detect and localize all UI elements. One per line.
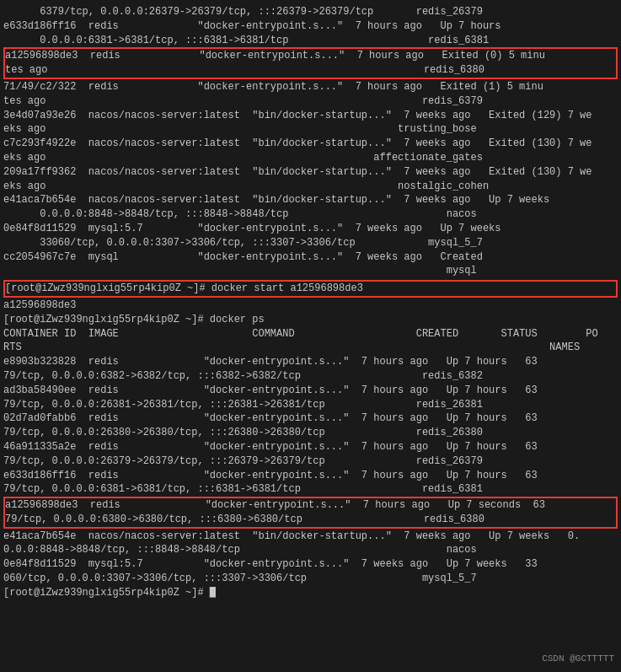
- terminal-line: 79/tcp, 0.0.0.0:26379->26379/tcp, :::263…: [3, 454, 618, 469]
- terminal-line: 6379/tcp, 0.0.0.0:26379->26379/tcp, :::2…: [3, 5, 618, 19]
- terminal-line: 0.0.0.0:8848->8848/tcp, :::8848->8848/tc…: [3, 207, 618, 222]
- terminal-line: c7c293f4922e nacos/nacos-server:latest "…: [3, 137, 618, 151]
- docker-start-cmd-text: [root@iZwz939nglxig55rp4kip0Z ~]# docker…: [5, 282, 616, 296]
- terminal-line: 0.0.0.0:6381->6381/tcp, :::6381->6381/tc…: [3, 34, 618, 48]
- terminal-line: tes ago redis_6379: [3, 94, 618, 109]
- running-container-line1: a12596898de3 redis "docker-entrypoint.s.…: [5, 498, 616, 513]
- exited-container-line2: tes ago redis_6380: [5, 63, 616, 78]
- terminal-line: 0e84f8d11529 mysql:5.7 "docker-entrypoin…: [3, 222, 618, 236]
- terminal-line: [root@iZwz939nglxig55rp4kip0Z ~]# █: [3, 586, 618, 600]
- terminal-window: 6379/tcp, 0.0.0.0:26379->26379/tcp, :::2…: [3, 5, 618, 600]
- terminal-line: 33060/tcp, 0.0.0.0:3307->3306/tcp, :::33…: [3, 236, 618, 250]
- terminal-line: eks ago trusting_bose: [3, 122, 618, 137]
- terminal-line: mysql: [3, 264, 618, 278]
- terminal-line: a12596898de3: [3, 298, 618, 313]
- terminal-line: e41aca7b654e nacos/nacos-server:latest "…: [3, 530, 618, 544]
- highlighted-exited-container-old: a12596898de3 redis "docker-entrypoint.s.…: [3, 47, 618, 79]
- terminal-line: 0e84f8d11529 mysql:5.7 "docker-entrypoin…: [3, 557, 618, 572]
- terminal-line: 02d7ad0fabb6 redis "docker-entrypoint.s.…: [3, 411, 618, 426]
- terminal-line: [root@iZwz939nglxig55rp4kip0Z ~]# docker…: [3, 313, 618, 327]
- exited-container-line1: a12596898de3 redis "docker-entrypoint.s.…: [5, 49, 616, 63]
- terminal-line: 0.0.0:8848->8848/tcp, :::8848->8848/tcp …: [3, 543, 618, 557]
- terminal-line: 209a17ff9362 nacos/nacos-server:latest "…: [3, 165, 618, 180]
- terminal-line: 79/tcp, 0.0.0.0:26380->26380/tcp, :::263…: [3, 426, 618, 440]
- terminal-line: eks ago affectionate_gates: [3, 151, 618, 165]
- terminal-line: CONTAINER ID IMAGE COMMAND CREATED STATU…: [3, 327, 618, 341]
- terminal-line: 79/tcp, 0.0.0.0:6381->6381/tcp, :::6381-…: [3, 482, 618, 497]
- docker-start-command: [root@iZwz939nglxig55rp4kip0Z ~]# docker…: [3, 280, 618, 298]
- terminal-line: 46a911335a2e redis "docker-entrypoint.s.…: [3, 440, 618, 454]
- terminal-line: cc2054967c7e mysql "docker-entrypoint.s.…: [3, 250, 618, 265]
- terminal-line: 79/tcp, 0.0.0.0:26381->26381/tcp, :::263…: [3, 398, 618, 412]
- terminal-line: 79/tcp, 0.0.0.0:6382->6382/tcp, :::6382-…: [3, 369, 618, 384]
- terminal-line: e633d186ff16 redis "docker-entrypoint.s.…: [3, 469, 618, 483]
- terminal-line: 71/49/c2/322 redis "docker-entrypoint.s.…: [3, 80, 618, 94]
- terminal-line: e41aca7b654e nacos/nacos-server:latest "…: [3, 193, 618, 207]
- terminal-line: eks ago nostalgic_cohen: [3, 180, 618, 194]
- terminal-line: e8903b323828 redis "docker-entrypoint.s.…: [3, 355, 618, 369]
- watermark: CSDN @GCTTTTT: [542, 653, 614, 665]
- terminal-line: e633d186ff16 redis "docker-entrypoint.s.…: [3, 19, 618, 34]
- running-container-line2: 79/tcp, 0.0.0.0:6380->6380/tcp, :::6380-…: [5, 513, 616, 527]
- terminal-line: 060/tcp, 0.0.0.0:3307->3306/tcp, :::3307…: [3, 572, 618, 586]
- terminal-line: RTS NAMES: [3, 341, 618, 355]
- terminal-line: 3e4d07a93e26 nacos/nacos-server:latest "…: [3, 109, 618, 123]
- terminal-line: ad3ba58490ee redis "docker-entrypoint.s.…: [3, 384, 618, 398]
- highlighted-running-container: a12596898de3 redis "docker-entrypoint.s.…: [3, 497, 618, 529]
